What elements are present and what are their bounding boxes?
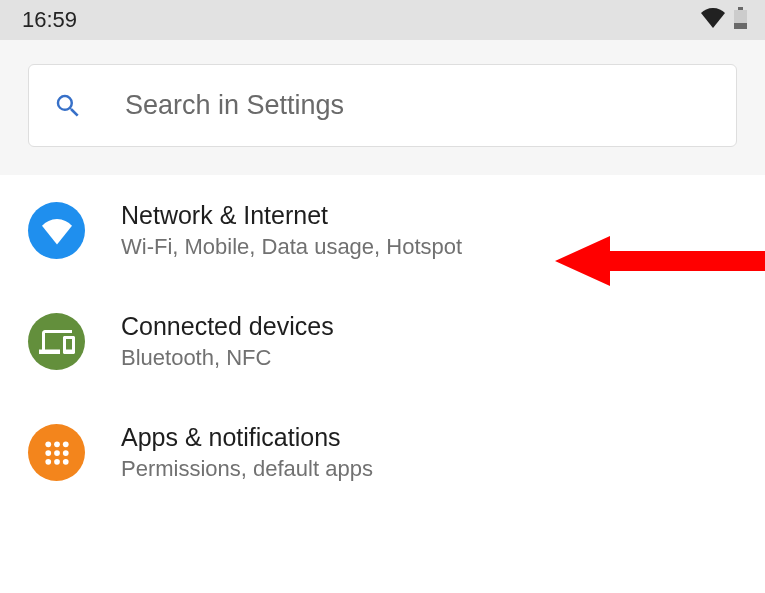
settings-item-network-internet[interactable]: Network & Internet Wi-Fi, Mobile, Data u…: [0, 175, 765, 286]
item-subtitle: Bluetooth, NFC: [121, 345, 334, 371]
search-area: Search in Settings: [0, 40, 765, 175]
svg-point-3: [45, 441, 51, 447]
svg-point-10: [54, 458, 60, 464]
svg-point-9: [45, 458, 51, 464]
settings-list: Network & Internet Wi-Fi, Mobile, Data u…: [0, 175, 765, 508]
apps-icon: [28, 424, 85, 481]
item-text: Apps & notifications Permissions, defaul…: [121, 423, 373, 482]
item-title: Connected devices: [121, 312, 334, 341]
svg-rect-0: [738, 7, 743, 10]
item-subtitle: Wi-Fi, Mobile, Data usage, Hotspot: [121, 234, 462, 260]
svg-point-4: [54, 441, 60, 447]
wifi-status-icon: [700, 8, 726, 32]
search-icon: [53, 91, 83, 121]
wifi-icon: [28, 202, 85, 259]
item-text: Connected devices Bluetooth, NFC: [121, 312, 334, 371]
status-time: 16:59: [22, 7, 77, 33]
item-subtitle: Permissions, default apps: [121, 456, 373, 482]
svg-rect-2: [734, 23, 747, 29]
search-box[interactable]: Search in Settings: [28, 64, 737, 147]
svg-point-8: [62, 450, 68, 456]
item-text: Network & Internet Wi-Fi, Mobile, Data u…: [121, 201, 462, 260]
svg-point-5: [62, 441, 68, 447]
item-title: Apps & notifications: [121, 423, 373, 452]
item-title: Network & Internet: [121, 201, 462, 230]
settings-item-apps-notifications[interactable]: Apps & notifications Permissions, defaul…: [0, 397, 765, 508]
svg-point-11: [62, 458, 68, 464]
svg-point-7: [54, 450, 60, 456]
search-placeholder: Search in Settings: [125, 90, 344, 121]
status-bar: 16:59: [0, 0, 765, 40]
settings-item-connected-devices[interactable]: Connected devices Bluetooth, NFC: [0, 286, 765, 397]
status-icons: [700, 7, 747, 33]
battery-icon: [734, 7, 747, 33]
devices-icon: [28, 313, 85, 370]
svg-point-6: [45, 450, 51, 456]
